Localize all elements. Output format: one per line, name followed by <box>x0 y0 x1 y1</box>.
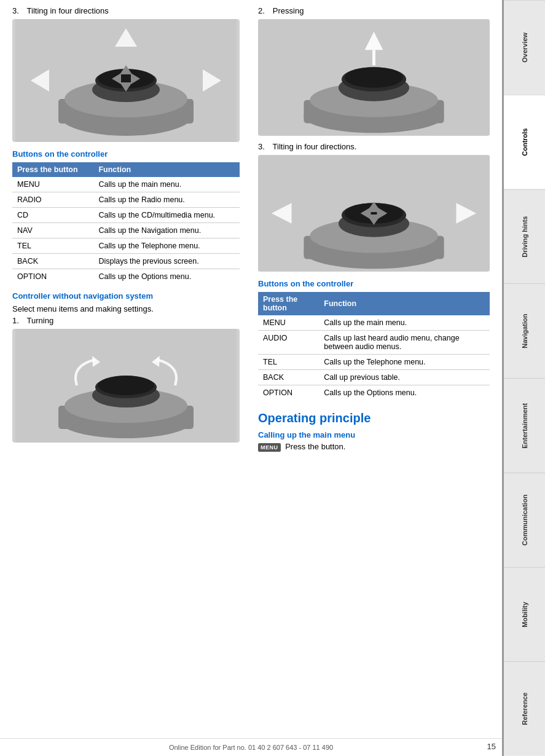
table-row: OPTIONCalls up the Options menu. <box>12 269 240 285</box>
sidebar-tab-reference[interactable]: Reference <box>504 661 545 756</box>
sidebar: Overview Controls Driving hints Navigati… <box>502 0 545 756</box>
table-cell-button: TEL <box>258 355 319 370</box>
table-row: OPTIONCalls up the Options menu. <box>258 385 490 401</box>
table-cell-button: MENU <box>12 177 93 192</box>
table-cell-function: Call up previous table. <box>319 370 490 385</box>
table-cell-button: RADIO <box>12 192 93 208</box>
table-row: TELCalls up the Telephone menu. <box>258 355 490 370</box>
table-cell-function: Calls up the Options menu. <box>93 269 240 285</box>
table-cell-button: MENU <box>258 315 319 331</box>
table-row: RADIOCalls up the Radio menu. <box>12 192 240 208</box>
calling-up-desc: MENU Press the button. <box>258 442 490 452</box>
sidebar-tab-mobility[interactable]: Mobility <box>504 567 545 662</box>
table-row: MENUCalls up the main menu. <box>12 177 240 192</box>
right-table-col2-header: Function <box>319 292 490 315</box>
calling-up-text: Press the button. <box>285 442 345 451</box>
table-row: TELCalls up the Telephone menu. <box>12 238 240 254</box>
table-cell-function: Calls up last heard audio menu, change b… <box>319 331 490 355</box>
table-cell-function: Calls up the Radio menu. <box>93 192 240 208</box>
sidebar-tab-overview[interactable]: Overview <box>504 0 545 95</box>
table-row: AUDIOCalls up last heard audio menu, cha… <box>258 331 490 355</box>
left-column: 3. Tilting in four directions <box>12 6 252 738</box>
operating-principle-heading: Operating principle <box>258 411 490 425</box>
table-cell-button: OPTION <box>12 269 93 285</box>
table-row: NAVCalls up the Navigation menu. <box>12 223 240 238</box>
sidebar-tab-entertainment[interactable]: Entertainment <box>504 378 545 473</box>
table-cell-button: TEL <box>12 238 93 254</box>
table-cell-button: BACK <box>258 370 319 385</box>
page-number: 15 <box>487 742 496 751</box>
table-row: CDCalls up the CD/multimedia menu. <box>12 208 240 223</box>
main-content: 3. Tilting in four directions <box>0 0 502 756</box>
svg-point-29 <box>345 67 403 88</box>
right-press-image <box>258 19 490 136</box>
right-buttons-heading: Buttons on the controller <box>258 279 490 288</box>
right-tilt-image <box>258 155 490 272</box>
table-cell-function: Calls up the Telephone menu. <box>93 238 240 254</box>
no-nav-desc: Select menu items and making settings. <box>12 304 240 313</box>
left-buttons-heading: Buttons on the controller <box>12 149 240 159</box>
table-cell-button: OPTION <box>258 385 319 401</box>
left-step1-label: 1. Turning <box>12 316 240 325</box>
table-cell-function: Calls up the Options menu. <box>319 385 490 401</box>
right-step2-label: 2. Pressing <box>258 6 490 15</box>
sidebar-tab-communication[interactable]: Communication <box>504 473 545 567</box>
left-step3-label: 3. Tilting in four directions <box>12 6 240 15</box>
left-button-table: Press the button Function MENUCalls up t… <box>12 162 240 284</box>
table-cell-function: Displays the previous screen. <box>93 254 240 269</box>
no-nav-heading: Controller without navigation system <box>12 291 240 301</box>
table-cell-function: Calls up the CD/multimedia menu. <box>93 208 240 223</box>
left-table-col1-header: Press the button <box>12 162 93 177</box>
table-row: BACKCall up previous table. <box>258 370 490 385</box>
table-row: BACKDisplays the previous screen. <box>12 254 240 269</box>
table-cell-button: CD <box>12 208 93 223</box>
table-cell-button: BACK <box>12 254 93 269</box>
right-column: 2. Pressing 3. Tilting <box>252 6 490 738</box>
right-button-table: Press the button Function MENUCalls up t… <box>258 292 490 400</box>
table-cell-function: Calls up the main menu. <box>319 315 490 331</box>
table-cell-function: Calls up the main menu. <box>93 177 240 192</box>
sidebar-tab-driving-hints[interactable]: Driving hints <box>504 189 545 284</box>
svg-point-20 <box>98 376 154 395</box>
right-step3-label: 3. Tilting in four directions. <box>258 142 490 151</box>
left-tilt-image <box>12 19 240 142</box>
page-wrapper: 3. Tilting in four directions <box>0 0 545 756</box>
sidebar-tab-controls[interactable]: Controls <box>504 95 545 189</box>
table-row: MENUCalls up the main menu. <box>258 315 490 331</box>
sidebar-tab-navigation[interactable]: Navigation <box>504 283 545 378</box>
left-table-col2-header: Function <box>93 162 240 177</box>
footer-text: Online Edition for Part no. 01 40 2 607 … <box>169 744 333 751</box>
right-table-col1-header: Press the button <box>258 292 319 315</box>
calling-up-heading: Calling up the main menu <box>258 430 490 439</box>
footer-bar: Online Edition for Part no. 01 40 2 607 … <box>0 738 502 756</box>
table-cell-function: Calls up the Telephone menu. <box>319 355 490 370</box>
table-cell-function: Calls up the Navigation menu. <box>93 223 240 238</box>
left-turning-image <box>12 329 240 443</box>
table-cell-button: NAV <box>12 223 93 238</box>
table-cell-button: AUDIO <box>258 331 319 355</box>
menu-button-icon: MENU <box>258 443 281 452</box>
